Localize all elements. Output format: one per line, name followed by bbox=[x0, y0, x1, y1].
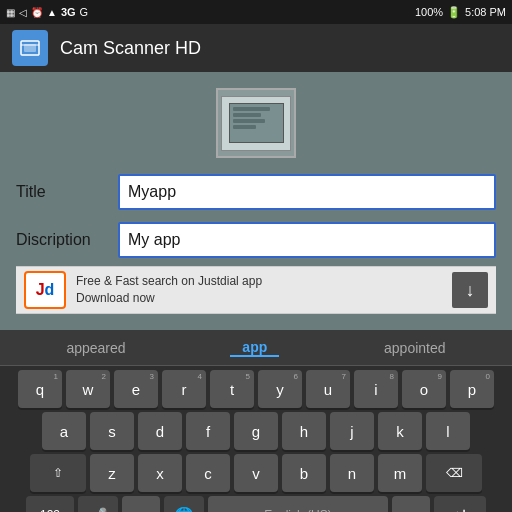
app-bar: Cam Scanner HD bbox=[0, 24, 512, 72]
key-t[interactable]: t5 bbox=[210, 370, 254, 408]
description-row: Discription bbox=[16, 222, 496, 258]
key-y[interactable]: y6 bbox=[258, 370, 302, 408]
key-s[interactable]: s bbox=[90, 412, 134, 450]
key-n[interactable]: n bbox=[330, 454, 374, 492]
app-icon bbox=[12, 30, 48, 66]
suggestion-appointed[interactable]: appointed bbox=[372, 340, 458, 356]
key-h[interactable]: h bbox=[282, 412, 326, 450]
key-enter[interactable]: ↵ bbox=[434, 496, 486, 512]
ad-text-line1: Free & Fast search on Justdial app bbox=[76, 273, 442, 290]
key-period[interactable]: . bbox=[392, 496, 430, 512]
key-i[interactable]: i8 bbox=[354, 370, 398, 408]
key-shift[interactable]: ⇧ bbox=[30, 454, 86, 492]
key-row-4: 123 🎤 , 🌐 English (US) . ↵ bbox=[4, 496, 508, 512]
key-a[interactable]: a bbox=[42, 412, 86, 450]
key-row-3: ⇧ z x c v b n m ⌫ bbox=[4, 454, 508, 492]
notification-icon: ▦ bbox=[6, 7, 15, 18]
status-left: ▦ ◁ ⏰ ▲ 3G G bbox=[6, 6, 88, 18]
key-w[interactable]: w2 bbox=[66, 370, 110, 408]
key-c[interactable]: c bbox=[186, 454, 230, 492]
key-z[interactable]: z bbox=[90, 454, 134, 492]
key-r[interactable]: r4 bbox=[162, 370, 206, 408]
key-123[interactable]: 123 bbox=[26, 496, 74, 512]
key-comma[interactable]: , bbox=[122, 496, 160, 512]
key-d[interactable]: d bbox=[138, 412, 182, 450]
ad-logo-text: Jd bbox=[36, 281, 55, 299]
key-row-2: a s d f g h j k l bbox=[4, 412, 508, 450]
description-label: Discription bbox=[16, 231, 106, 249]
key-q[interactable]: q1 bbox=[18, 370, 62, 408]
title-input[interactable] bbox=[118, 174, 496, 210]
key-f[interactable]: f bbox=[186, 412, 230, 450]
key-e[interactable]: e3 bbox=[114, 370, 158, 408]
battery-icon: 🔋 bbox=[447, 6, 461, 19]
description-input[interactable] bbox=[118, 222, 496, 258]
ad-text: Free & Fast search on Justdial app Downl… bbox=[76, 273, 442, 307]
key-u[interactable]: u7 bbox=[306, 370, 350, 408]
key-b[interactable]: b bbox=[282, 454, 326, 492]
app-title: Cam Scanner HD bbox=[60, 38, 201, 59]
key-rows: q1 w2 e3 r4 t5 y6 u7 i8 o9 p0 a s d f g … bbox=[0, 366, 512, 512]
form-section: Title Discription bbox=[16, 174, 496, 258]
ad-logo: Jd bbox=[24, 271, 66, 309]
key-o[interactable]: o9 bbox=[402, 370, 446, 408]
title-row: Title bbox=[16, 174, 496, 210]
network-label: 3G bbox=[61, 6, 76, 18]
suggestion-app[interactable]: app bbox=[230, 339, 279, 357]
main-content: Title Discription Jd Free & Fast search … bbox=[0, 72, 512, 330]
key-p[interactable]: p0 bbox=[450, 370, 494, 408]
status-bar: ▦ ◁ ⏰ ▲ 3G G 100% 🔋 5:08 PM bbox=[0, 0, 512, 24]
battery-percent: 100% bbox=[415, 6, 443, 18]
ad-banner[interactable]: Jd Free & Fast search on Justdial app Do… bbox=[16, 266, 496, 314]
key-space[interactable]: English (US) bbox=[208, 496, 388, 512]
ad-text-line2: Download now bbox=[76, 290, 442, 307]
key-v[interactable]: v bbox=[234, 454, 278, 492]
time: 5:08 PM bbox=[465, 6, 506, 18]
key-k[interactable]: k bbox=[378, 412, 422, 450]
status-right: 100% 🔋 5:08 PM bbox=[415, 6, 506, 19]
title-label: Title bbox=[16, 183, 106, 201]
suggestions-bar: appeared app appointed bbox=[0, 330, 512, 366]
key-x[interactable]: x bbox=[138, 454, 182, 492]
key-j[interactable]: j bbox=[330, 412, 374, 450]
suggestion-appeared[interactable]: appeared bbox=[54, 340, 137, 356]
key-backspace[interactable]: ⌫ bbox=[426, 454, 482, 492]
keyboard: appeared app appointed q1 w2 e3 r4 t5 y6… bbox=[0, 330, 512, 512]
key-row-1: q1 w2 e3 r4 t5 y6 u7 i8 o9 p0 bbox=[4, 370, 508, 408]
key-l[interactable]: l bbox=[426, 412, 470, 450]
alarm-icon: ⏰ bbox=[31, 7, 43, 18]
key-m[interactable]: m bbox=[378, 454, 422, 492]
document-thumbnail bbox=[216, 88, 296, 158]
signal-icon: ◁ bbox=[19, 7, 27, 18]
key-globe[interactable]: 🌐 bbox=[164, 496, 204, 512]
ad-download-button[interactable]: ↓ bbox=[452, 272, 488, 308]
key-mic[interactable]: 🎤 bbox=[78, 496, 118, 512]
g-icon: G bbox=[80, 6, 89, 18]
key-g[interactable]: g bbox=[234, 412, 278, 450]
wifi-icon: ▲ bbox=[47, 7, 57, 18]
